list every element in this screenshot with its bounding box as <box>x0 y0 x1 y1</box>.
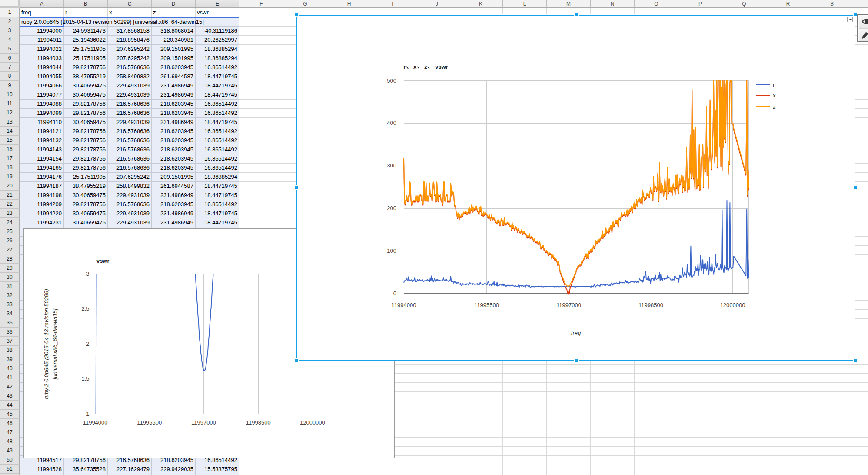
svg-text:12000000: 12000000 <box>300 419 325 426</box>
svg-text:2.5: 2.5 <box>81 305 89 312</box>
svg-text:11998500: 11998500 <box>246 419 271 426</box>
svg-text:vswr: vswr <box>96 258 110 264</box>
svg-text:11995500: 11995500 <box>137 419 162 426</box>
svg-text:ruby 2.0.0p645 (2015-04-13 rev: ruby 2.0.0p645 (2015-04-13 revision 5029… <box>43 289 50 399</box>
svg-text:[universal.x86_64-darwin15]: [universal.x86_64-darwin15] <box>52 308 58 380</box>
svg-text:11997000: 11997000 <box>191 419 216 426</box>
svg-text:1.5: 1.5 <box>81 375 89 382</box>
svg-text:2: 2 <box>86 341 89 347</box>
svg-text:11994000: 11994000 <box>83 419 108 426</box>
svg-text:3: 3 <box>86 271 89 277</box>
svg-text:1: 1 <box>86 411 89 417</box>
